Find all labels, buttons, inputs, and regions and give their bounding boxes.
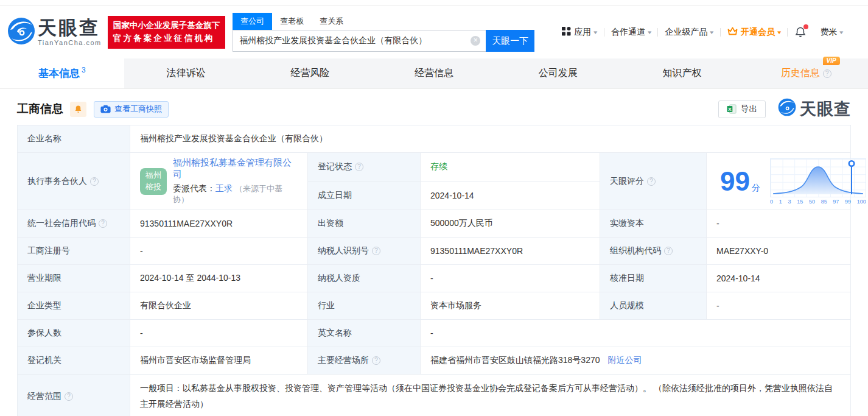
score-distribution-chart: 0 1 3 15 50 85 97 99 100 (770, 158, 866, 205)
snapshot-button-label: 查看工商快照 (114, 104, 162, 115)
field-label-org-code: 组织机构代码 ? (600, 238, 707, 264)
search-tab-boss[interactable]: 查老板 (272, 13, 312, 30)
company-tabbar: 基本信息 3 法律诉讼 经营风险 经营信息 公司发展 知识产权 VIP 历史信息… (0, 58, 868, 89)
bell-icon (74, 105, 83, 114)
field-value-taxpayer-quality: - (421, 265, 600, 292)
help-icon[interactable]: ? (355, 163, 363, 171)
help-icon[interactable]: ? (372, 247, 380, 255)
field-label-reg-status: 登记状态 ? (308, 153, 421, 181)
tab-count-badge: 3 (82, 66, 86, 74)
nav-item-vip[interactable]: 开通会员 ▾ (721, 27, 788, 38)
field-label-english-name: 英文名称 (308, 320, 421, 347)
main-content: 工商信息 查看工商快照 X 导出 (0, 89, 868, 416)
clear-icon[interactable]: × (471, 36, 480, 46)
search-tab-relation[interactable]: 查关系 (312, 13, 351, 30)
field-label-taxpayer-id: 纳税人识别号 ? (308, 238, 421, 264)
header-nav: 应用 ▾ 合作通道 ▾ 企业级产品 ▾ 开通会员 ▾ (555, 26, 850, 38)
nav-partner-label: 合作通道 (611, 27, 645, 38)
score-value: 99 (720, 166, 750, 197)
help-icon[interactable]: ? (664, 247, 673, 255)
search-tab-company[interactable]: 查公司 (233, 13, 272, 30)
help-icon[interactable]: ? (99, 219, 107, 228)
nav-item-user[interactable]: 费米 ▾ (813, 27, 850, 38)
nav-user-label: 费米 (820, 27, 837, 38)
export-button[interactable]: X 导出 (718, 100, 766, 118)
nav-item-notifications[interactable] (788, 26, 813, 38)
tab-development-label: 公司发展 (539, 67, 578, 80)
field-label-taxpayer-quality: 纳税人资质 (308, 265, 421, 292)
nearby-companies-link[interactable]: 附近公司 (608, 355, 642, 366)
help-icon[interactable]: ? (647, 177, 656, 186)
tab-intellectual-property[interactable]: 知识产权 (620, 58, 744, 88)
field-label-paid-capital: 实缴资本 (600, 210, 707, 237)
field-value-authority: 福州市晋安区市场监督管理局 (130, 347, 308, 374)
representative-line: 委派代表：王求（来源于中基协） (173, 183, 298, 205)
field-value-business-scope: 一般项目：以私募基金从事股权投资、投资管理、资产管理等活动（须在中国证券投资基金… (130, 375, 850, 416)
crown-icon (727, 27, 738, 38)
notification-dot (803, 24, 808, 29)
help-icon[interactable]: ? (372, 356, 380, 365)
tab-ip-label: 知识产权 (662, 67, 701, 80)
field-label-tianyan-score: 天眼评分 ? (600, 153, 707, 210)
partner-info: 福州榕投私募基金管理有限公司 委派代表：王求（来源于中基协） (173, 157, 298, 205)
representative-link[interactable]: 王求 (215, 183, 233, 193)
chevron-down-icon: ▾ (648, 29, 651, 35)
search-block: 查公司 查老板 查关系 × 天眼一下 (233, 13, 534, 52)
field-value-taxpayer-id: 91350111MAE27XXY0R (421, 238, 600, 264)
search-bar: × 天眼一下 (233, 30, 534, 52)
table-row: 工商注册号 - 纳税人识别号 ? 91350111MAE27XXY0R 组织机构… (18, 238, 850, 265)
help-icon[interactable]: ? (90, 177, 99, 186)
axis-label: 85 (821, 199, 827, 205)
nav-enterprise-label: 企业级产品 (665, 27, 707, 38)
field-label-capital: 出资额 (308, 210, 421, 237)
business-info-table: 企业名称 福州榕投产业发展投资基金合伙企业（有限合伙） 执行事务合伙人 ? 福州… (17, 125, 851, 416)
bell-icon (794, 26, 807, 38)
field-label-text: 经营范围 (27, 391, 61, 402)
search-input[interactable] (233, 30, 486, 52)
tianyancha-swirl-icon (778, 98, 796, 121)
table-row: 企业类型 有限合伙企业 行业 资本市场服务 人员规模 - (18, 292, 850, 320)
nav-item-enterprise-products[interactable]: 企业级产品 ▾ (658, 27, 720, 38)
brand-block: 天眼查 TianYanCha.com (38, 18, 102, 46)
avatar-line1: 福州 (145, 170, 161, 181)
table-row: 执行事务合伙人 ? 福州 榕投 福州榕投私募基金管理有限公司 委派代表：王求（来… (18, 153, 850, 210)
field-value-company-name: 福州榕投产业发展投资基金合伙企业（有限合伙） (130, 125, 850, 152)
field-label-establish-date: 成立日期 (308, 182, 421, 210)
watermark-label: 天眼查 (800, 98, 851, 120)
camera-icon (100, 105, 111, 113)
score-axis: 0 1 3 15 50 85 97 99 100 (770, 199, 866, 205)
company-avatar[interactable]: 福州 榕投 (140, 168, 167, 195)
tab-company-development[interactable]: 公司发展 (496, 58, 620, 88)
field-value-org-code: MAE27XXY-0 (707, 238, 850, 264)
field-label-text: 统一社会信用代码 (27, 218, 96, 229)
subscribe-bell-button[interactable] (70, 102, 86, 117)
field-label-credit-code: 统一社会信用代码 ? (18, 210, 130, 237)
search-button[interactable]: 天眼一下 (486, 30, 534, 52)
nav-item-partner-channel[interactable]: 合作通道 ▾ (604, 27, 658, 38)
field-value-reg-status: 存续 (421, 153, 600, 181)
axis-label: 50 (809, 199, 815, 205)
field-label-text: 天眼评分 (610, 176, 644, 187)
field-value-term: 2024-10-14 至 2044-10-13 (130, 265, 308, 292)
vip-badge: VIP (823, 57, 840, 65)
field-value-reg-no: - (130, 238, 308, 264)
tab-basic-info[interactable]: 基本信息 3 (0, 58, 124, 88)
tab-business-risk[interactable]: 经营风险 (248, 58, 372, 88)
svg-text:X: X (728, 107, 732, 112)
tab-operation-info[interactable]: 经营信息 (372, 58, 496, 88)
search-tabs: 查公司 查老板 查关系 (233, 13, 534, 30)
tab-legal[interactable]: 法律诉讼 (124, 58, 248, 88)
help-icon[interactable]: ? (823, 69, 831, 78)
field-label-insured-count: 参保人数 (18, 320, 130, 347)
representative-label: 委派代表： (173, 183, 215, 193)
help-icon[interactable]: ? (65, 392, 73, 401)
tab-history[interactable]: VIP 历史信息 ? (744, 58, 868, 88)
excel-icon: X (727, 104, 737, 114)
tab-basic-label: 基本信息 (38, 66, 80, 80)
snapshot-button[interactable]: 查看工商快照 (94, 101, 169, 118)
partner-company-link[interactable]: 福州榕投私募基金管理有限公司 (173, 157, 298, 180)
site-logo[interactable]: 天眼查 TianYanCha.com (7, 17, 102, 48)
nav-item-apps[interactable]: 应用 ▾ (555, 27, 604, 38)
field-value-industry: 资本市场服务 (421, 292, 600, 319)
axis-label: 1 (779, 199, 782, 205)
